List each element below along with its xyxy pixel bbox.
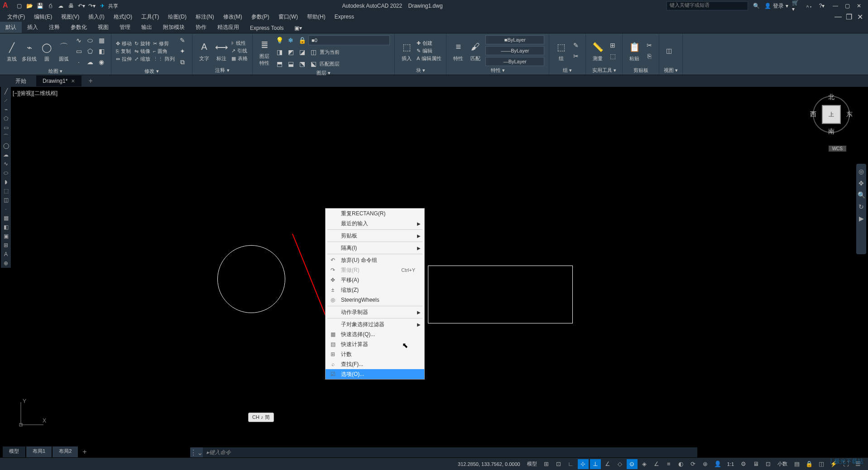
plot-icon[interactable]: 🖶 xyxy=(67,1,76,10)
group-edit-icon[interactable]: ✎ xyxy=(571,40,581,50)
drawing-circle[interactable] xyxy=(217,245,285,313)
status-workspace-icon[interactable]: ⚙ xyxy=(738,459,749,469)
tab-model[interactable]: 模型 xyxy=(3,446,25,457)
lineweight-bylayer-combo[interactable]: — ByLayer xyxy=(485,57,544,66)
nav-showmotion-icon[interactable]: ▶ xyxy=(857,214,865,223)
login-button[interactable]: 👤 登录 ▾ xyxy=(764,2,788,10)
tool-offset-icon[interactable]: ⧉ xyxy=(177,57,187,67)
viewcube-west[interactable]: 西 xyxy=(810,110,816,119)
ctx-item[interactable]: 剪贴板▶ xyxy=(326,231,424,241)
layer-delete-icon[interactable]: ⬓ xyxy=(286,59,296,69)
search-icon[interactable]: 🔍 xyxy=(752,1,761,10)
tool-layer-props[interactable]: ≣图层 特性 xyxy=(257,38,272,66)
view-base-icon[interactable]: ◫ xyxy=(664,46,674,56)
redo-icon[interactable]: ↷▾ xyxy=(87,1,96,10)
ctx-item[interactable]: ↶放弃(U) 命令组 xyxy=(326,255,424,265)
tool-match[interactable]: 🖌匹配 xyxy=(468,40,483,62)
status-transparency-icon[interactable]: ◐ xyxy=(676,459,686,469)
doc-minimize-button[interactable]: — xyxy=(833,12,844,21)
clip-copy-icon[interactable]: ⎘ xyxy=(644,51,654,61)
tool-block-edit[interactable]: ✎ 编辑 xyxy=(417,47,441,54)
status-units-icon[interactable]: ⊡ xyxy=(762,459,773,469)
tool-erase-icon[interactable]: ✎ xyxy=(177,35,187,45)
share-icon[interactable]: ✈ xyxy=(98,1,107,10)
tool-block-editattr[interactable]: A 编辑属性 xyxy=(417,55,441,62)
layer-combo[interactable]: ■ 0 xyxy=(308,35,390,45)
ribbon-tab-parametric[interactable]: 参数化 xyxy=(65,22,92,33)
status-selectioncycle-icon[interactable]: ⟳ xyxy=(688,459,699,469)
menu-parametric[interactable]: 参数(P) xyxy=(247,12,274,22)
tool-poly-icon[interactable]: ⬠ xyxy=(1,114,11,123)
tool-circle[interactable]: ◯圆 xyxy=(39,40,54,62)
tool-mirror[interactable]: ⇋ 镜像 xyxy=(134,48,150,55)
tool-setcurrent[interactable]: 置为当前 xyxy=(320,49,340,56)
panel-label-layer[interactable]: 图层 ▾ xyxy=(257,69,390,77)
status-ortho-icon[interactable]: ⊥ xyxy=(590,459,601,469)
tool-mtext-icon[interactable]: A xyxy=(1,250,11,259)
tool-paste[interactable]: 📋粘贴 xyxy=(627,40,642,62)
layer-thaw-icon[interactable]: ◪ xyxy=(297,47,307,57)
tool-trim[interactable]: ✂ 修剪 xyxy=(153,40,175,47)
layer-iso-icon[interactable]: ◨ xyxy=(274,47,284,57)
layer-lock-icon[interactable]: 🔒 xyxy=(297,35,307,45)
tool-copy[interactable]: ⎘ 复制 xyxy=(116,48,132,55)
saveas-icon[interactable]: ⎙ xyxy=(46,1,55,10)
tool-spline2-icon[interactable]: ∿ xyxy=(1,159,11,168)
tool-region-icon[interactable]: ◧ xyxy=(96,46,106,56)
clip-cut-icon[interactable]: ✂ xyxy=(644,40,654,50)
tool-rect-icon[interactable]: ▭ xyxy=(1,123,11,132)
tool-polyline[interactable]: ⌁多段线 xyxy=(22,40,37,62)
tool-leader[interactable]: ↗ 引线 xyxy=(231,47,248,54)
viewcube-south[interactable]: 南 xyxy=(828,128,834,136)
tool-array[interactable]: ⋮⋮ 阵列 xyxy=(153,56,175,62)
drawing-area[interactable]: ╱ ⟋ ⌁ ⬠ ▭ ⌒ ◯ ☁ ∿ ⬭ ◗ ⬚ ◫ · ▦ ◧ ▣ ⊞ A ⊕ … xyxy=(0,87,868,446)
file-tab-drawing1[interactable]: Drawing1* × xyxy=(36,76,82,86)
ribbon-tab-express[interactable]: Express Tools xyxy=(245,23,289,33)
cmdline-grip-icon[interactable]: ⋮ xyxy=(190,447,197,457)
ctx-item[interactable]: ◎SteeringWheels xyxy=(326,295,424,305)
viewport-label[interactable]: [−][俯视][二维线框] xyxy=(13,90,58,97)
tool-point2-icon[interactable]: · xyxy=(1,204,11,214)
layer-off-icon[interactable]: ◩ xyxy=(286,47,296,57)
tool-revcloud-icon[interactable]: ☁ xyxy=(85,57,95,67)
web-icon[interactable]: ☁ xyxy=(56,1,65,10)
new-icon[interactable]: ▢ xyxy=(14,1,24,10)
tool-polygon-icon[interactable]: ⬠ xyxy=(85,46,95,56)
tab-layout1[interactable]: 布局1 xyxy=(26,446,52,457)
tool-insert-icon[interactable]: ⬚ xyxy=(1,186,11,195)
tool-linear[interactable]: ⊦ 线性 xyxy=(231,40,248,47)
ctx-item[interactable]: 重复RECTANG(R) xyxy=(326,209,424,218)
ribbon-tab-collab[interactable]: 协作 xyxy=(190,22,212,33)
tool-ellipse2-icon[interactable]: ⬭ xyxy=(1,168,11,177)
status-lockui-icon[interactable]: 🔒 xyxy=(804,459,815,469)
ctx-item[interactable]: ▦快速选择(Q)... xyxy=(326,329,424,339)
tool-donut-icon[interactable]: ◉ xyxy=(96,57,106,67)
ribbon-tab-more[interactable]: ▣▾ xyxy=(289,23,307,33)
ctx-item[interactable]: ▤快速计算器 xyxy=(326,339,424,349)
status-scale[interactable]: 1:1 xyxy=(724,461,737,467)
tool-stretch[interactable]: ⇔ 拉伸 xyxy=(116,56,132,62)
menu-express[interactable]: Express xyxy=(330,13,359,21)
nav-fullnav-icon[interactable]: ◎ xyxy=(857,167,865,176)
nav-pan-icon[interactable]: ✥ xyxy=(857,179,865,187)
viewcube-top-face[interactable]: 上 xyxy=(822,105,841,124)
file-tab-start[interactable]: 开始 xyxy=(9,76,33,87)
tool-dimension[interactable]: ⟷标注 xyxy=(214,40,229,62)
viewcube[interactable]: 上 北 南 西 东 xyxy=(806,91,856,146)
tool-rotate[interactable]: ↻ 旋转 xyxy=(134,40,150,47)
ctx-item[interactable]: 隔离(I)▶ xyxy=(326,243,424,253)
panel-label-draw[interactable]: 绘图 ▾ xyxy=(5,67,106,76)
ctx-item[interactable]: 子对象选择过滤器▶ xyxy=(326,319,424,329)
ctx-item[interactable]: 动作录制器▶ xyxy=(326,307,424,317)
status-annoscale-icon[interactable]: 👤 xyxy=(712,459,723,469)
cart-icon[interactable]: 🛒▾ xyxy=(792,1,801,10)
doc-close-button[interactable]: ✕ xyxy=(854,12,865,21)
ctx-item[interactable]: ☑选项(O)... xyxy=(326,369,424,379)
status-dyninput-icon[interactable]: ⊹ xyxy=(578,459,589,469)
ribbon-tab-default[interactable]: 默认 xyxy=(0,22,22,33)
maximize-button[interactable]: ▢ xyxy=(842,1,853,10)
panel-label-annotate[interactable]: 注释 ▾ xyxy=(197,66,248,75)
menu-view[interactable]: 视图(V) xyxy=(57,12,84,22)
tool-region2-icon[interactable]: ▣ xyxy=(1,232,11,241)
status-quickprops-icon[interactable]: ▤ xyxy=(791,459,802,469)
